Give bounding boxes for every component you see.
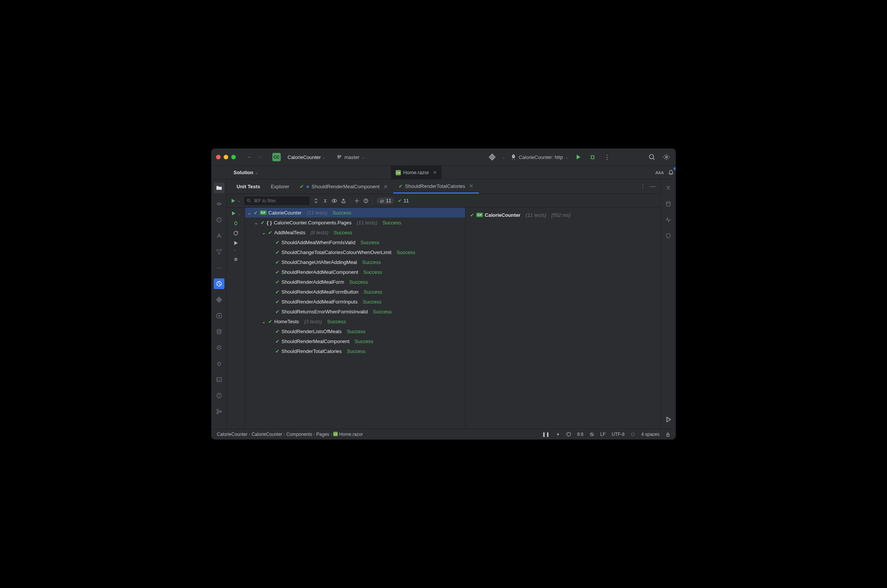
terminal-tool-icon[interactable]: [214, 374, 224, 385]
expand-all-button[interactable]: [313, 198, 319, 203]
coverage-icon[interactable]: [663, 230, 674, 241]
power-save-icon[interactable]: [556, 432, 560, 437]
tab-unit-tests[interactable]: Unit Tests: [231, 180, 265, 194]
search-button[interactable]: [647, 153, 657, 162]
dyn-program-tool-icon[interactable]: [214, 310, 224, 321]
auto-scroll-button[interactable]: [363, 198, 369, 203]
svg-point-5: [218, 203, 220, 205]
highlighting-icon[interactable]: [566, 432, 571, 437]
filter-input[interactable]: ⌘F to filter: [243, 196, 310, 206]
debug-button[interactable]: [588, 153, 597, 162]
chevron-down-icon[interactable]: ⌄: [254, 220, 259, 226]
test-tree[interactable]: ⌄ ✔ C# CalorieCounter (11 tests) Success…: [245, 208, 466, 429]
rocket-icon: [510, 154, 517, 160]
run-right-icon[interactable]: [663, 414, 674, 425]
show-passed-button[interactable]: [332, 198, 337, 203]
database-right-icon[interactable]: [663, 199, 674, 209]
test-row[interactable]: ✔ShouldRenderMealComponent Success: [245, 336, 465, 346]
run-tests-button[interactable]: ⌄: [230, 198, 240, 203]
stop-button[interactable]: [234, 257, 238, 262]
test-row[interactable]: ✔ShouldRenderTotalCalories Success: [245, 346, 465, 356]
minimize-panel-button[interactable]: —: [650, 183, 656, 190]
breadcrumb-segment[interactable]: CalorieCounter: [217, 432, 248, 437]
cursor-position[interactable]: 8:6: [577, 432, 583, 437]
ai-assistant-icon[interactable]: [663, 183, 674, 193]
nav-back-button[interactable]: ←: [246, 154, 253, 161]
tree-class-hometests[interactable]: ⌄ ✔ HomeTests (3 tests) Success: [245, 316, 465, 326]
test-row[interactable]: ✔ShouldRenderAddMealForm Success: [245, 277, 465, 287]
chevron-down-icon[interactable]: ⌄: [262, 319, 266, 324]
more-menu-button[interactable]: ⋮: [640, 183, 646, 190]
test-row[interactable]: ✔ShouldReturnsErrorWhenFormIsInvalid Suc…: [245, 307, 465, 316]
breadcrumb-segment[interactable]: C# Home.razor: [333, 432, 363, 437]
nav-forward-button[interactable]: →: [257, 154, 263, 161]
settings-button[interactable]: [354, 198, 359, 203]
ai-tool-icon[interactable]: [214, 230, 224, 241]
test-row[interactable]: ✔ShouldAddMealWhenFormIsValid Success: [245, 237, 465, 247]
line-separator[interactable]: LF: [600, 432, 606, 437]
rerun-with-coverage-icon[interactable]: [233, 230, 238, 236]
vcs-tool-icon[interactable]: [214, 406, 224, 417]
debug-failed-icon[interactable]: [233, 221, 238, 226]
sync-icon[interactable]: [590, 432, 594, 437]
tab-explorer[interactable]: Explorer: [265, 180, 294, 194]
collapse-all-button[interactable]: [323, 198, 328, 203]
progress-icon[interactable]: [631, 432, 635, 437]
structure-tool-icon[interactable]: [214, 246, 224, 257]
editor-tab-home-razor[interactable]: C# Home.razor ✕: [391, 166, 442, 179]
test-row[interactable]: ✔ShouldRenderListsOfMeals Success: [245, 326, 465, 336]
test-row[interactable]: ✔ShouldChangeUrlAfterAddingMeal Success: [245, 257, 465, 267]
tree-root[interactable]: ⌄ ✔ C# CalorieCounter (11 tests) Success: [245, 208, 465, 218]
tab-test-session-2[interactable]: ✔ ShouldRenderTotalCalories ✕: [393, 180, 479, 194]
database-tool-icon[interactable]: [214, 326, 224, 337]
close-window-button[interactable]: [216, 155, 221, 159]
test-row[interactable]: ✔ShouldRenderAddMealComponent Success: [245, 267, 465, 277]
run-button[interactable]: [574, 153, 583, 162]
breadcrumb-segment[interactable]: Components: [286, 432, 312, 437]
test-row[interactable]: ✔ShouldChangeTotalCaloriesColourWhenOver…: [245, 247, 465, 257]
copilot-tool-icon[interactable]: [214, 215, 224, 225]
chevron-down-icon[interactable]: ⌄: [247, 210, 252, 216]
test-row[interactable]: ✔ShouldRenderAddMealFormInputs Success: [245, 297, 465, 307]
run-split-button[interactable]: ⌄: [231, 211, 241, 216]
breadcrumb-segment[interactable]: CalorieCounter: [251, 432, 282, 437]
branch-selector[interactable]: master ⌄: [337, 154, 365, 160]
breadcrumb-segment[interactable]: Pages: [316, 432, 329, 437]
minimize-window-button[interactable]: [224, 155, 228, 159]
indent-setting[interactable]: 4 spaces: [641, 432, 660, 437]
notifications-button[interactable]: [666, 168, 676, 177]
test-toolbar: ⌄ ⌘F to filter 11: [227, 194, 660, 208]
reader-mode-icon[interactable]: AAA: [655, 168, 664, 177]
run-dropdown-button[interactable]: ⌄: [233, 240, 238, 253]
services-tool-icon[interactable]: [214, 342, 224, 353]
lock-icon[interactable]: [666, 432, 670, 437]
run-config-selector[interactable]: CalorieCounter: http ⌄: [510, 154, 568, 160]
tree-class-addmeal[interactable]: ⌄ ✔ AddMealTests (8 tests) Success: [245, 227, 465, 237]
debug-tool-icon[interactable]: [214, 358, 224, 369]
solution-panel-label[interactable]: Solution ⌄: [228, 170, 263, 175]
close-tab-button[interactable]: ✕: [433, 170, 437, 175]
pause-indexing-icon[interactable]: ❚❚: [542, 432, 550, 437]
file-encoding[interactable]: UTF-8: [612, 432, 625, 437]
build-icon[interactable]: [488, 153, 497, 162]
problems-tool-icon[interactable]: [214, 390, 224, 401]
close-tab-button[interactable]: ✕: [469, 183, 474, 189]
close-tab-button[interactable]: ✕: [383, 184, 388, 190]
monitoring-icon[interactable]: [663, 215, 674, 225]
project-tool-icon[interactable]: [214, 183, 224, 193]
breadcrumb[interactable]: CalorieCounter › CalorieCounter › Compon…: [217, 432, 363, 437]
more-tools-icon[interactable]: ⋯: [214, 262, 224, 273]
chevron-down-icon[interactable]: ⌄: [502, 155, 505, 159]
more-menu-button[interactable]: ⋮: [602, 153, 612, 162]
export-button[interactable]: [341, 198, 346, 203]
chevron-down-icon[interactable]: ⌄: [262, 230, 266, 235]
tree-namespace[interactable]: ⌄ ✔ { } CalorieCounter.Components.Pages …: [245, 218, 465, 227]
settings-button[interactable]: [662, 153, 671, 162]
maximize-window-button[interactable]: [231, 155, 236, 159]
project-selector[interactable]: CalorieCounter ⌄: [288, 154, 325, 160]
commit-tool-icon[interactable]: [214, 199, 224, 209]
test-row[interactable]: ✔ShouldRenderAddMealFormButton Success: [245, 287, 465, 297]
build-tool-icon[interactable]: [214, 294, 224, 305]
tab-test-session-1[interactable]: ✔ ShouldRenderMealComponent ✕: [294, 180, 393, 194]
unit-tests-tool-icon[interactable]: [214, 278, 224, 289]
